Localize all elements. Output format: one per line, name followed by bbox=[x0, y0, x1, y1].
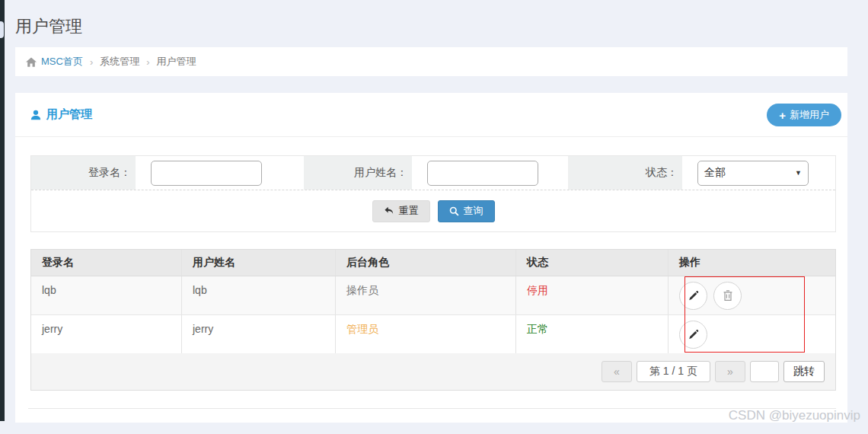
cell-status: 停用 bbox=[516, 276, 669, 314]
user-name-field-cell bbox=[412, 156, 568, 190]
add-user-button[interactable]: + 新增用户 bbox=[767, 104, 841, 126]
table-header-row: 登录名 用户姓名 后台角色 状态 操作 bbox=[31, 250, 835, 276]
cell-actions bbox=[669, 276, 835, 314]
plus-icon: + bbox=[779, 109, 786, 122]
breadcrumb-separator: › bbox=[90, 56, 93, 68]
login-name-input[interactable] bbox=[151, 161, 262, 186]
login-name-label: 登录名： bbox=[31, 156, 136, 190]
login-name-field-cell bbox=[136, 156, 304, 190]
query-button[interactable]: 查询 bbox=[438, 200, 495, 222]
cell-login: jerry bbox=[31, 315, 182, 353]
user-name-label: 用户姓名： bbox=[304, 156, 412, 190]
add-user-label: 新增用户 bbox=[790, 108, 829, 122]
panel-bottom-border bbox=[28, 408, 836, 409]
status-select-value: 全部 bbox=[704, 166, 726, 180]
cell-name: jerry bbox=[182, 315, 336, 353]
table-row: lqb lqb 操作员 停用 bbox=[31, 276, 835, 315]
pagination-bar: « 第 1 / 1 页 » 跳转 bbox=[30, 353, 836, 391]
pagination-prev-button[interactable]: « bbox=[602, 361, 632, 382]
status-select[interactable]: 全部 ▼ bbox=[697, 161, 809, 186]
breadcrumb-separator: › bbox=[146, 56, 149, 68]
header-name: 用户姓名 bbox=[182, 250, 336, 276]
cell-role: 操作员 bbox=[336, 276, 516, 314]
chevron-down-icon: ▼ bbox=[795, 169, 802, 177]
pagination-page-input[interactable] bbox=[750, 361, 779, 382]
pagination-next-button[interactable]: » bbox=[715, 361, 745, 382]
user-table: 登录名 用户姓名 后台角色 状态 操作 lqb lqb 操作员 停用 jerry… bbox=[30, 249, 836, 354]
panel-header: 用户管理 + 新增用户 bbox=[15, 93, 847, 137]
pagination-page-info: 第 1 / 1 页 bbox=[637, 361, 710, 382]
status-label: 状态： bbox=[568, 156, 682, 190]
breadcrumb: MSC首页 › 系统管理 › 用户管理 bbox=[15, 47, 847, 76]
search-form: 登录名： 用户姓名： 状态： 全部 ▼ 重置 bbox=[30, 155, 836, 232]
panel-heading: 用户管理 bbox=[30, 107, 92, 122]
home-icon bbox=[26, 57, 37, 67]
page-title: 用户管理 bbox=[15, 15, 82, 38]
watermark: CSDN @biyezuopinvip bbox=[729, 408, 860, 423]
edit-button[interactable] bbox=[679, 321, 707, 349]
user-icon bbox=[30, 110, 41, 120]
cell-name: lqb bbox=[182, 276, 336, 314]
form-button-row: 重置 查询 bbox=[31, 190, 835, 231]
breadcrumb-item-current: 用户管理 bbox=[157, 55, 196, 69]
reset-label: 重置 bbox=[399, 204, 419, 218]
header-actions: 操作 bbox=[669, 250, 835, 276]
header-status: 状态 bbox=[516, 250, 669, 276]
edit-button[interactable] bbox=[679, 282, 707, 310]
cell-status: 正常 bbox=[516, 315, 669, 353]
header-role: 后台角色 bbox=[336, 250, 516, 276]
sidebar-edge bbox=[0, 0, 5, 421]
delete-button[interactable] bbox=[713, 282, 742, 310]
breadcrumb-item-system: 系统管理 bbox=[100, 55, 139, 69]
sidebar-toggle-notch[interactable] bbox=[0, 21, 4, 38]
cell-role: 管理员 bbox=[336, 315, 516, 353]
user-name-input[interactable] bbox=[427, 161, 538, 186]
query-label: 查询 bbox=[464, 204, 483, 218]
cell-actions bbox=[669, 315, 835, 353]
cell-login: lqb bbox=[31, 276, 182, 314]
user-management-panel: 用户管理 + 新增用户 登录名： 用户姓名： 状态： 全部 ▼ bbox=[15, 93, 847, 423]
search-form-row: 登录名： 用户姓名： 状态： 全部 ▼ bbox=[31, 156, 835, 190]
panel-heading-label: 用户管理 bbox=[46, 107, 92, 122]
reset-icon bbox=[384, 206, 394, 215]
header-login: 登录名 bbox=[31, 250, 182, 276]
table-row: jerry jerry 管理员 正常 bbox=[31, 315, 835, 354]
reset-button[interactable]: 重置 bbox=[372, 200, 430, 222]
breadcrumb-link-home[interactable]: MSC首页 bbox=[41, 55, 83, 69]
status-field-cell: 全部 ▼ bbox=[682, 156, 835, 190]
pagination-jump-button[interactable]: 跳转 bbox=[783, 361, 825, 382]
search-icon bbox=[449, 206, 459, 216]
